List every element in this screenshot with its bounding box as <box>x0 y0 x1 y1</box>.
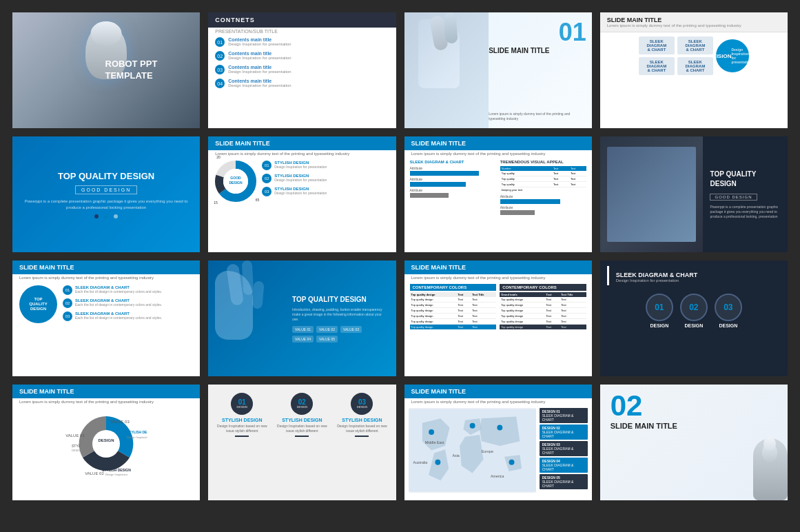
slide-6[interactable]: SLIDE MAIN TITLE Lorem ipsum is simply d… <box>208 136 396 252</box>
slide-6-item-1: 01 STYLISH DESIGN Design Inspiration for… <box>262 161 389 170</box>
slide-14[interactable]: 01 DESIGN STYLISH DESIGN Design Inspirat… <box>208 385 396 500</box>
slide-12-item-1: 01 DESIGN <box>646 294 673 328</box>
slide-15-legend: DESIGN 01SLEEK DIAGRAM & CHART DESIGN 02… <box>540 408 588 493</box>
slide-7-header: SLIDE MAIN TITLE <box>404 136 592 150</box>
slide-12-title: SLEEK DIAGRAM & CHART <box>616 272 774 278</box>
slide-16-number: 02 <box>611 393 777 419</box>
slide-1[interactable]: ROBOT PPT TEMPLATE <box>12 12 200 128</box>
slide-14-item-1: 01 DESIGN STYLISH DESIGN Design Inspirat… <box>214 393 270 440</box>
slide-10[interactable]: TOP QUALITY DESIGN Introduction, drawing… <box>208 260 396 376</box>
slide-12-item-3: 03 DESIGN <box>715 294 742 328</box>
slide-2-header: CONTNETS <box>208 12 396 28</box>
slide-6-body: GOOD DESIGN 20 15 65 01 STYLISH DESIGN D… <box>208 157 396 205</box>
slide-12[interactable]: SLEEK DIAGRAM & CHART Design Inspiration… <box>600 260 788 376</box>
slide-4[interactable]: SLIDE MAIN TITLE Lorem ipsum is simply d… <box>600 12 788 128</box>
slide-10-hand <box>208 260 287 376</box>
slide-6-item-2: 02 STYLISH DESIGN Design Inspiration for… <box>262 174 389 183</box>
slide-15-sub: Lorem ipsum is simply dummy text of the … <box>404 398 592 405</box>
slide-9[interactable]: SLIDE MAIN TITLE Lorem ipsum is simply d… <box>12 260 200 376</box>
slide-14-item-2: 02 DESIGN STYLISH DESIGN Design Inspirat… <box>274 393 330 440</box>
slide-11-sub: Lorem ipsum is simply dummy text of the … <box>404 274 592 281</box>
slide-10-title: TOP QUALITY DESIGN <box>292 294 383 305</box>
slide-12-sub: Design Inspiration for presentation <box>616 278 774 283</box>
slide-2-item-1: 01 Contents main title Design Inspiratio… <box>208 35 396 49</box>
slide-3-number: 01 <box>559 18 586 47</box>
slide-13-sub: Lorem ipsum is simply dummy text of the … <box>12 398 200 405</box>
slide-3-title: SLIDE MAIN TITLE <box>489 47 586 54</box>
slide-2-item-2: 02 Contents main title Design Inspiratio… <box>208 49 396 63</box>
slide-1-subtitle: TEMPLATE <box>105 70 158 82</box>
svg-point-19 <box>469 423 475 429</box>
svg-text:DESIGN: DESIGN <box>99 438 114 442</box>
svg-text:VALUE 03: VALUE 03 <box>110 420 130 424</box>
svg-text:VALUE 02: VALUE 02 <box>85 471 104 475</box>
svg-point-20 <box>497 424 502 430</box>
slide-5-badge: GOOD DESIGN <box>75 185 137 194</box>
svg-text:GOOD: GOOD <box>231 176 242 180</box>
slide-16[interactable]: 02 SLIDE MAIN TITLE <box>600 385 788 500</box>
svg-text:Design Inspiration: Design Inspiration <box>127 436 147 439</box>
slide-3[interactable]: 01 SLIDE MAIN TITLE Lorem ipsum is simpl… <box>404 12 592 128</box>
svg-text:VALUE 01: VALUE 01 <box>65 433 85 438</box>
slide-11[interactable]: SLIDE MAIN TITLE Lorem ipsum is simply d… <box>404 260 592 376</box>
slide-4-header: SLIDE MAIN TITLE Lorem ipsum is simply d… <box>600 12 788 32</box>
slide-2-item-4: 04 Contents main title Design Inspiratio… <box>208 76 396 90</box>
slide-6-sub: Lorem ipsum is simply dummy text of the … <box>208 150 396 157</box>
slide-15-header: SLIDE MAIN TITLE <box>404 385 592 398</box>
svg-point-18 <box>429 429 434 435</box>
svg-text:Australia: Australia <box>413 460 427 464</box>
svg-point-21 <box>435 460 440 465</box>
slide-2[interactable]: CONTNETS PRESENTATION/SUB TITLE 01 Conte… <box>208 12 396 128</box>
slide-9-item-2: 02 SLEEK DIAGRAM & CHART Each the list o… <box>63 298 193 308</box>
slide-10-values: VALUE 01 VALUE 02 VALUE 03 VALUE 04 VALU… <box>292 326 383 342</box>
slide-9-sub: Lorem ipsum is simply dummy text of the … <box>12 274 200 281</box>
slide-9-item-3: 03 SLEEK DIAGRAM & CHART Each the list o… <box>63 311 193 321</box>
slide-13[interactable]: SLIDE MAIN TITLE Lorem ipsum is simply d… <box>12 385 200 500</box>
slide-9-body: TOPQUALITYDESIGN 01 SLEEK DIAGRAM & CHAR… <box>12 281 200 327</box>
slide-12-header: SLEEK DIAGRAM & CHART Design Inspiration… <box>607 266 781 285</box>
slide-15[interactable]: SLIDE MAIN TITLE Lorem ipsum is simply d… <box>404 385 592 500</box>
slide-5[interactable]: TOP QUALITY DESIGN GOOD DESIGN Powerppt … <box>12 136 200 252</box>
slide-11-header: SLIDE MAIN TITLE <box>404 260 592 274</box>
slide-6-donut: GOOD DESIGN 20 15 65 <box>215 161 256 202</box>
svg-text:Asia: Asia <box>452 453 459 458</box>
slide-5-legend <box>94 214 118 218</box>
slide-15-body: Middle East Asia Australia America Europ… <box>404 405 592 495</box>
slide-7-body: SLEEK DIAGRAM & CHART Attribute Attribut… <box>404 157 592 219</box>
slide-10-text: TOP QUALITY DESIGN Introduction, drawing… <box>285 260 390 376</box>
svg-text:STYLISH DESIGN: STYLISH DESIGN <box>102 468 131 472</box>
slide-14-item-3: 03 DESIGN STYLISH DESIGN Design Inspirat… <box>334 393 390 440</box>
slide-2-subheader: PRESENTATION/SUB TITLE <box>208 28 396 35</box>
svg-text:STYLISH: STYLISH <box>72 444 87 448</box>
svg-text:Middle East: Middle East <box>424 440 444 444</box>
slide-4-body: SLEEK DIAGRAM& CHART SLEEK DIAGRAM& CHAR… <box>600 32 788 79</box>
slides-grid: ROBOT PPT TEMPLATE CONTNETS PRESENTATION… <box>12 12 788 500</box>
slide-4-vision: VISION Design Inspirationfor presentatio… <box>716 39 749 72</box>
slide-8-badge: GOOD DESIGN <box>710 194 757 201</box>
slide-14-body: 01 DESIGN STYLISH DESIGN Design Inspirat… <box>208 385 396 443</box>
slide-5-desc: Powerppt is a complete presentation grap… <box>12 198 200 210</box>
svg-text:America: America <box>491 474 504 478</box>
svg-text:DESIGN: DESIGN <box>72 449 82 452</box>
slide-16-text: 02 SLIDE MAIN TITLE <box>600 385 788 438</box>
slide-9-circle: TOPQUALITYDESIGN <box>19 285 57 323</box>
slide-2-item-3: 03 Contents main title Design Inspiratio… <box>208 63 396 76</box>
slide-15-map: Middle East Asia Australia America Europ… <box>409 408 536 493</box>
slide-16-title: SLIDE MAIN TITLE <box>611 422 777 430</box>
slide-6-item-3: 03 STYLISH DESIGN Design Inspiration for… <box>262 187 389 196</box>
slide-13-header: SLIDE MAIN TITLE <box>12 385 200 398</box>
svg-text:STYLISH DESIGN: STYLISH DESIGN <box>127 430 147 434</box>
slide-12-body: 01 DESIGN 02 DESIGN 03 DESIGN <box>600 288 788 334</box>
slide-9-header: SLIDE MAIN TITLE <box>12 260 200 274</box>
slide-3-body: Lorem ipsum is simply dummy text of the … <box>489 112 586 121</box>
slide-8[interactable]: TOP QUALITYDESIGN GOOD DESIGN Powerppt i… <box>600 136 788 252</box>
slide-13-body: DESIGN STYLISH DESIGN Design Inspiration… <box>12 405 200 482</box>
svg-point-22 <box>509 460 514 465</box>
slide-8-desc: Powerppt is a complete presentation grap… <box>710 205 781 219</box>
svg-text:Design Inspiration: Design Inspiration <box>105 473 127 476</box>
slide-5-title: TOP QUALITY DESIGN <box>58 170 154 183</box>
svg-point-6 <box>92 430 120 458</box>
slide-10-desc: Introduction, drawing, padding, button e… <box>292 307 383 322</box>
slide-9-item-1: 01 SLEEK DIAGRAM & CHART Each the list o… <box>63 285 193 295</box>
slide-7[interactable]: SLIDE MAIN TITLE Lorem ipsum is simply d… <box>404 136 592 252</box>
